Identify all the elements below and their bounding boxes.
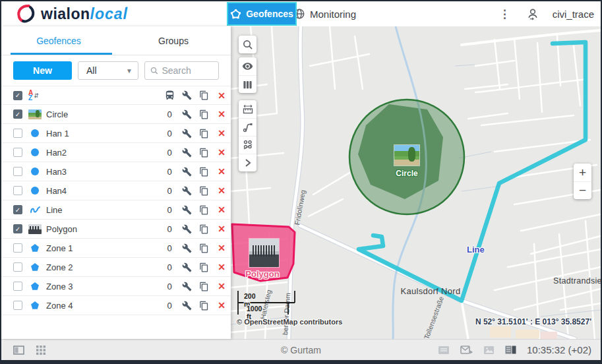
notices-button[interactable]	[438, 346, 450, 355]
row-copy-icon[interactable]	[195, 262, 212, 272]
row-copy-icon[interactable]	[195, 109, 212, 119]
row-edit-icon[interactable]	[178, 167, 195, 177]
row-edit-icon[interactable]	[178, 262, 195, 272]
row-copy-icon[interactable]	[195, 167, 212, 177]
panel-tab-geofences[interactable]: Geofences	[1, 26, 116, 55]
reports-button[interactable]	[505, 346, 516, 354]
user-icon[interactable]	[526, 7, 539, 20]
geofence-row[interactable]: Zone 3 0 ✕	[1, 277, 231, 296]
username[interactable]: civi_trace	[553, 9, 594, 20]
polygon-type-icon	[30, 301, 40, 310]
map-nodes-button[interactable]	[239, 136, 256, 154]
geofence-row[interactable]: Polygon 0 ✕	[1, 220, 231, 239]
geofence-row[interactable]: Han3 0 ✕	[1, 162, 231, 181]
row-delete-icon[interactable]: ✕	[212, 300, 231, 311]
row-checkbox[interactable]	[13, 301, 22, 310]
wialon-logo[interactable]: wialonlocalʾ	[16, 4, 131, 24]
row-edit-icon[interactable]	[178, 148, 195, 158]
row-delete-icon[interactable]: ✕	[212, 185, 231, 196]
row-copy-icon[interactable]	[195, 282, 212, 291]
overflow-menu-icon[interactable]: ⋮	[497, 7, 513, 21]
geofence-row[interactable]: Han4 0 ✕	[1, 181, 231, 200]
row-name[interactable]: Line	[44, 205, 161, 215]
row-checkbox[interactable]	[13, 167, 22, 176]
delete-all-icon[interactable]: ✕	[212, 90, 231, 101]
row-checkbox[interactable]	[13, 262, 22, 272]
geofence-row[interactable]: Han 1 0 ✕	[1, 124, 231, 143]
zoom-out-button[interactable]: −	[574, 181, 591, 199]
row-edit-icon[interactable]	[178, 186, 195, 196]
row-count: 0	[161, 224, 178, 234]
row-edit-icon[interactable]	[178, 129, 195, 138]
row-checkbox[interactable]	[13, 186, 22, 195]
tab-monitoring[interactable]: Monitoring	[293, 1, 356, 26]
row-delete-icon[interactable]: ✕	[212, 109, 231, 119]
sort-az-icon[interactable]: AZ⇵	[26, 90, 44, 101]
row-checkbox[interactable]	[13, 224, 22, 233]
type-filter-select[interactable]: All ▼	[78, 61, 138, 80]
row-delete-icon[interactable]: ✕	[212, 281, 231, 291]
map-route-button[interactable]	[239, 118, 256, 136]
row-delete-icon[interactable]: ✕	[212, 262, 231, 272]
row-name[interactable]: Circle	[44, 109, 161, 119]
row-copy-icon[interactable]	[195, 243, 212, 253]
row-checkbox[interactable]	[13, 205, 22, 214]
select-all-checkbox[interactable]	[13, 91, 22, 100]
row-copy-icon[interactable]	[195, 224, 212, 234]
row-checkbox[interactable]	[13, 243, 22, 253]
row-edit-icon[interactable]	[178, 205, 195, 215]
geofence-row[interactable]: Line 0 ✕	[1, 200, 231, 220]
geofence-row[interactable]: Zone 4 0 ✕	[1, 296, 231, 315]
row-checkbox[interactable]	[13, 129, 22, 138]
row-checkbox[interactable]	[13, 148, 22, 157]
map-layers-button[interactable]	[239, 75, 256, 93]
map-viewport[interactable]: Circle Polygon Line Kaulsdorf Nord Stadt…	[231, 26, 601, 339]
row-name[interactable]: Han2	[44, 148, 161, 158]
row-name[interactable]: Zone 3	[44, 282, 161, 291]
zoom-in-button[interactable]: +	[574, 164, 591, 181]
geofence-row[interactable]: Zone 2 0 ✕	[1, 258, 231, 277]
row-name[interactable]: Zone 2	[44, 262, 161, 272]
geofence-row[interactable]: Circle 0 ✕	[1, 105, 231, 124]
row-delete-icon[interactable]: ✕	[212, 147, 231, 158]
row-edit-icon[interactable]	[178, 109, 195, 119]
panel-tab-groups[interactable]: Groups	[116, 26, 231, 55]
row-name[interactable]: Han 1	[44, 129, 161, 138]
panel-tab-groups-label: Groups	[158, 36, 189, 46]
row-delete-icon[interactable]: ✕	[212, 224, 231, 234]
geofence-row[interactable]: Zone 1 0 ✕	[1, 239, 231, 258]
row-edit-icon[interactable]	[178, 301, 195, 311]
map-visibility-button[interactable]	[239, 57, 256, 75]
row-edit-icon[interactable]	[178, 224, 195, 234]
row-copy-icon[interactable]	[195, 301, 212, 311]
row-copy-icon[interactable]	[195, 129, 212, 138]
row-copy-icon[interactable]	[195, 186, 212, 196]
row-delete-icon[interactable]: ✕	[212, 128, 231, 138]
row-edit-icon[interactable]	[178, 243, 195, 253]
row-name[interactable]: Zone 1	[44, 243, 161, 253]
new-geofence-button[interactable]: New	[13, 61, 72, 80]
row-name[interactable]: Han4	[44, 186, 161, 196]
row-copy-icon[interactable]	[195, 205, 212, 215]
row-delete-icon[interactable]: ✕	[212, 243, 231, 253]
row-edit-icon[interactable]	[178, 282, 195, 291]
row-delete-icon[interactable]: ✕	[212, 166, 231, 177]
row-name[interactable]: Zone 4	[44, 301, 161, 311]
edit-all-icon[interactable]	[178, 90, 195, 100]
row-delete-icon[interactable]: ✕	[212, 204, 231, 215]
row-name[interactable]: Han3	[44, 167, 161, 177]
copy-all-icon[interactable]	[195, 90, 212, 100]
row-name[interactable]: Polygon	[44, 224, 161, 234]
row-checkbox[interactable]	[13, 282, 22, 291]
map-ruler-button[interactable]	[239, 100, 256, 118]
map-toolbar-expand-button[interactable]	[239, 154, 256, 171]
map-search-button[interactable]	[239, 36, 256, 53]
messages-button[interactable]	[460, 346, 473, 355]
media-button[interactable]	[483, 346, 495, 355]
tab-geofences[interactable]: Geofences	[227, 2, 297, 26]
row-copy-icon[interactable]	[195, 148, 212, 158]
geofence-row[interactable]: Han2 0 ✕	[1, 143, 231, 162]
route-icon	[243, 122, 253, 133]
search-input[interactable]	[162, 65, 213, 76]
row-checkbox[interactable]	[13, 109, 22, 119]
